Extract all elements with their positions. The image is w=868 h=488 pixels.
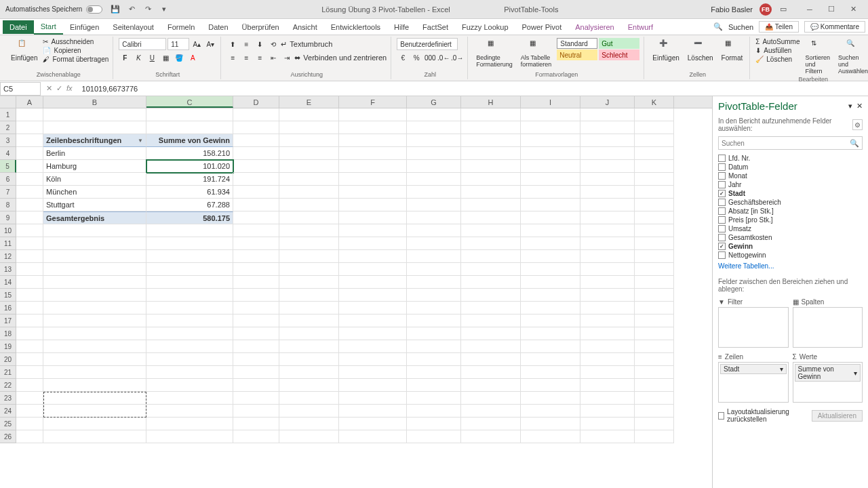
cell-B14[interactable] [43,276,146,289]
cell-I1[interactable] [521,108,580,121]
cell-H17[interactable] [461,314,521,327]
cell-D25[interactable] [233,418,279,430]
cell-G22[interactable] [407,379,461,392]
field-monat[interactable]: Monat [718,171,863,180]
row-header-15[interactable]: 15 [0,289,16,302]
cell-E19[interactable] [279,340,339,353]
thousands-button[interactable]: 000 [424,52,436,64]
cell-H3[interactable] [461,134,521,147]
field-checkbox[interactable] [718,199,726,206]
cell-F25[interactable] [339,418,407,430]
tab-hilfe[interactable]: Hilfe [387,20,416,34]
cell-H19[interactable] [461,340,521,353]
row-header-2[interactable]: 2 [0,121,16,134]
shrink-font-button[interactable]: A▾ [204,38,216,50]
sort-filter-button[interactable]: ⇅Sortieren und Filtern [802,38,833,76]
cell-B23[interactable] [43,392,146,405]
cell-D17[interactable] [233,314,279,327]
cell-E4[interactable] [279,147,339,160]
row-header-19[interactable]: 19 [0,340,16,353]
fill-color-button[interactable]: 🪣 [173,52,185,64]
field-stadt[interactable]: Stadt [718,189,863,198]
cell-I3[interactable] [521,134,580,147]
maximize-button[interactable]: ☐ [822,3,841,16]
cell-A12[interactable] [16,250,43,263]
tab-analysieren[interactable]: Analysieren [568,20,620,34]
cell-B15[interactable] [43,289,146,302]
field-umsatz[interactable]: Umsatz [718,224,863,233]
cell-F2[interactable] [339,121,407,134]
cell-I21[interactable] [521,366,580,379]
cell-C22[interactable] [146,379,233,392]
style-standard[interactable]: Standard [557,38,597,49]
grow-font-button[interactable]: A▴ [191,38,203,50]
confirm-icon[interactable]: ✓ [56,84,62,93]
cell-H7[interactable] [461,186,521,199]
col-header-G[interactable]: G [407,96,461,108]
cell-D24[interactable] [233,405,279,418]
col-header-J[interactable]: J [580,96,635,108]
col-header-A[interactable]: A [16,96,43,108]
merge-button[interactable]: ⬌ Verbinden und zentrieren [294,52,387,64]
cell-K2[interactable] [635,121,674,134]
cell-B16[interactable] [43,302,146,314]
cell-D20[interactable] [233,353,279,366]
cell-H8[interactable] [461,199,521,211]
cell-J24[interactable] [580,405,635,418]
cell-J12[interactable] [580,250,635,263]
row-header-17[interactable]: 17 [0,314,16,327]
cell-B22[interactable] [43,379,146,392]
undo-icon[interactable]: ↶ [127,5,136,14]
tab-power-pivot[interactable]: Power Pivot [515,20,569,34]
cell-I16[interactable] [521,302,580,314]
cell-E10[interactable] [279,224,339,237]
cell-C12[interactable] [146,250,233,263]
cell-D6[interactable] [233,173,279,186]
cell-A6[interactable] [16,173,43,186]
row-header-26[interactable]: 26 [0,430,16,443]
cell-I12[interactable] [521,250,580,263]
cell-C3[interactable]: Summe von Gewinn [146,134,233,147]
cell-E14[interactable] [279,276,339,289]
cell-A11[interactable] [16,237,43,250]
cell-A10[interactable] [16,224,43,237]
more-tables-link[interactable]: Weitere Tabellen... [718,262,863,270]
cell-G2[interactable] [407,121,461,134]
cell-I5[interactable] [521,160,580,173]
paste-button[interactable]: 📋 Einfügen [8,38,40,63]
cell-B11[interactable] [43,237,146,250]
conditional-format-button[interactable]: ▦Bedingte Formatierung [473,38,515,69]
comments-button[interactable]: 💬 Kommentare [804,21,865,33]
cell-G17[interactable] [407,314,461,327]
cell-H9[interactable] [461,211,521,224]
cell-G19[interactable] [407,340,461,353]
cell-B18[interactable] [43,327,146,340]
cell-B4[interactable]: Berlin [43,147,146,160]
cell-E22[interactable] [279,379,339,392]
cell-G8[interactable] [407,199,461,211]
row-header-22[interactable]: 22 [0,379,16,392]
tab-entwurf[interactable]: Entwurf [621,20,660,34]
field-gewinn[interactable]: Gewinn [718,242,863,251]
field-checkbox[interactable] [718,172,726,180]
autosave-toggle[interactable]: Automatisches Speichern [5,5,102,14]
cell-H4[interactable] [461,147,521,160]
style-gut[interactable]: Gut [599,38,639,49]
cell-A19[interactable] [16,340,43,353]
align-right-button[interactable]: ≡ [254,52,266,64]
col-header-F[interactable]: F [339,96,407,108]
gear-icon[interactable]: ⚙ [852,119,863,130]
cell-F4[interactable] [339,147,407,160]
field-checkbox[interactable] [718,181,726,188]
fill-button[interactable]: ⬇ Ausfüllen [755,47,800,54]
orientation-button[interactable]: ⟲ [267,38,279,50]
toggle-switch[interactable] [86,5,102,14]
cell-F3[interactable] [339,134,407,147]
cell-C15[interactable] [146,289,233,302]
cell-B26[interactable] [43,430,146,443]
cell-G6[interactable] [407,173,461,186]
cell-H23[interactable] [461,392,521,405]
cell-B9[interactable]: Gesamtergebnis [43,211,146,224]
cell-I4[interactable] [521,147,580,160]
cell-A22[interactable] [16,379,43,392]
